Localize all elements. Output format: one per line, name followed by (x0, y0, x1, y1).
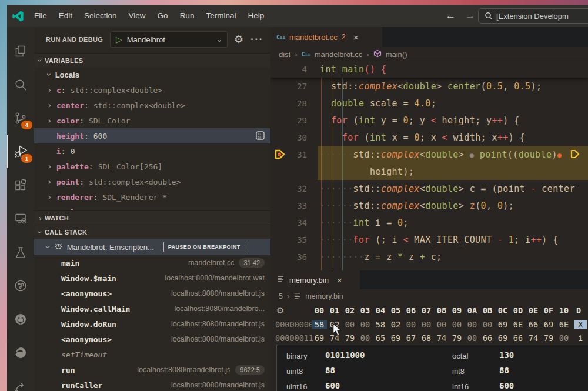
debug-settings-gear-icon[interactable]: ⚙ (234, 33, 243, 46)
hex-byte[interactable]: 69 (495, 320, 510, 329)
binary-view-icon[interactable]: 0110 (256, 131, 265, 142)
debug-thread-row[interactable]: › Mandelbrot: Emscripten... PAUSED ON BR… (34, 239, 270, 255)
breadcrumb-folder[interactable]: 5 (279, 292, 283, 300)
variable-row[interactable]: ›color:SDL_Color (34, 113, 270, 128)
breadcrumb-folder[interactable]: dist (279, 50, 290, 59)
variable-row[interactable]: ›c:std::complex<double> (34, 82, 270, 98)
code-line[interactable]: 30 for (int x = 0; x < width; x++) { (270, 129, 588, 146)
menu-terminal[interactable]: Terminal (200, 5, 242, 27)
menu-view[interactable]: View (123, 5, 152, 27)
gear-icon[interactable]: ⚙ (270, 305, 312, 316)
breadcrumb-file[interactable]: mandelbrot.cc (315, 50, 363, 59)
callstack-frame[interactable]: mainmandelbrot.cc31:42 (34, 255, 270, 270)
extensions-icon[interactable] (7, 168, 34, 202)
back-arrow-icon[interactable]: ← (446, 10, 456, 22)
run-and-debug-icon[interactable]: 1 (7, 135, 34, 168)
more-actions-icon[interactable]: ··· (250, 34, 263, 45)
hex-byte[interactable]: 00 (342, 320, 358, 329)
callstack-frame[interactable]: <anonymous>localhost:8080/mandelbrot.js (34, 286, 270, 301)
code-line[interactable]: 33······std::complex<double> z(0, 0); (270, 197, 588, 214)
code-line[interactable]: 34······int i = 0; (270, 214, 588, 231)
hex-byte[interactable]: 66 (480, 333, 495, 343)
code-line[interactable]: 32······std::complex<double> c = (point … (270, 180, 588, 197)
launch-config-dropdown[interactable]: ▷ Mandelbrot ⌄ (110, 31, 228, 48)
variable-row[interactable]: ›palette:SDL_Color[256] (34, 159, 270, 174)
callstack-frame[interactable]: <anonymous>localhost:8080/mandelbrot.js (34, 332, 270, 347)
hex-byte[interactable]: 69 (388, 333, 403, 343)
hex-byte[interactable]: 65 (373, 333, 388, 343)
hex-row[interactable]: 00000000580200005802000000000000696E6669… (270, 318, 588, 331)
hex-byte[interactable]: 74 (526, 333, 541, 343)
hex-byte[interactable]: 58 (373, 320, 388, 329)
hex-byte[interactable]: 79 (541, 333, 556, 343)
menu-edit[interactable]: Edit (53, 5, 78, 27)
callstack-frame[interactable]: Window.callMainlocalhost:8080/mandelbro.… (34, 301, 270, 316)
command-center-search[interactable]: [Extension Developm (478, 8, 588, 24)
hex-byte[interactable]: 00 (434, 320, 449, 329)
hex-byte[interactable]: 00 (419, 320, 434, 329)
hex-byte[interactable]: 00 (465, 333, 480, 343)
hex-byte[interactable]: 68 (419, 333, 434, 343)
hex-byte[interactable]: 69 (541, 320, 556, 329)
hex-byte[interactable]: 02 (388, 320, 403, 329)
start-debug-icon[interactable]: ▷ (116, 35, 122, 44)
code-area[interactable]: 27 std::complex<double> center(0.5, 0.5)… (270, 78, 588, 270)
hex-byte[interactable]: 66 (526, 320, 541, 329)
code-line[interactable]: height); (270, 163, 588, 180)
sticky-scroll-line[interactable]: 4 int main() { (270, 61, 588, 78)
edge-devtools-icon[interactable] (7, 336, 34, 369)
decoded-char[interactable]: i (574, 333, 587, 343)
hex-byte[interactable]: 69 (495, 333, 510, 343)
debug-visualizer-icon[interactable] (7, 269, 34, 302)
github-icon[interactable] (7, 302, 34, 336)
tab-memory-bin[interactable]: memory.bin × (270, 270, 360, 289)
explorer-icon[interactable] (7, 34, 34, 68)
code-line[interactable]: 28 double scale = 4.0; (270, 95, 588, 112)
breadcrumb-file[interactable]: memory.bin (305, 292, 343, 300)
menu-go[interactable]: Go (152, 5, 174, 27)
hex-byte[interactable]: 00 (358, 333, 373, 343)
hex-byte[interactable]: 67 (403, 333, 419, 343)
variable-row[interactable]: scale: (34, 205, 270, 210)
hex-byte[interactable]: 74 (434, 333, 449, 343)
code-line[interactable]: 36········z = z * z + c; (270, 248, 588, 265)
breadcrumb-symbol[interactable]: main() (386, 50, 407, 59)
menu-run[interactable]: Run (174, 5, 201, 27)
menu-help[interactable]: Help (242, 5, 270, 27)
hex-row[interactable]: 0000001169747900656967687479006669667479… (270, 331, 588, 345)
hex-byte[interactable]: 79 (449, 333, 465, 343)
callstack-frame[interactable]: Window.doRunlocalhost:8080/mandelbrot.js (34, 316, 270, 332)
source-control-icon[interactable]: 4 (7, 101, 34, 135)
code-line[interactable]: 35······for (; i < MAX_ITER_COUNT - 1; i… (270, 231, 588, 248)
hex-byte[interactable]: 6E (556, 320, 572, 329)
callstack-frame[interactable]: runCallerlocalhost:8080/mandelbrot.js (34, 377, 270, 391)
locals-scope-row[interactable]: › Locals (34, 67, 270, 82)
hex-byte[interactable]: 69 (312, 333, 327, 343)
close-icon[interactable]: × (353, 32, 359, 42)
live-share-icon[interactable] (7, 369, 34, 391)
breakpoint-current-line-icon[interactable] (275, 149, 285, 162)
callstack-frame[interactable]: setTimeout (34, 347, 270, 362)
menu-file[interactable]: File (28, 5, 53, 27)
hex-byte[interactable]: 00 (556, 333, 572, 343)
variable-row[interactable]: ›renderer:SDL_Renderer * (34, 189, 270, 205)
hex-byte[interactable]: 79 (342, 333, 358, 343)
hex-byte[interactable]: 66 (510, 333, 526, 343)
code-line[interactable]: 27 std::complex<double> center(0.5, 0.5)… (270, 78, 588, 95)
menu-selection[interactable]: Selection (78, 5, 123, 27)
close-icon[interactable]: × (337, 275, 342, 285)
code-line[interactable]: 29 for (int y = 0; y < height; y++) { (270, 112, 588, 129)
decoded-char[interactable]: X (574, 320, 587, 329)
callstack-frame[interactable]: runlocalhost:8080/mandelbrot.js9622:5 (34, 362, 270, 377)
watch-section-header[interactable]: › WATCH (34, 210, 270, 225)
hex-byte[interactable]: 58 (312, 320, 327, 329)
variable-row[interactable]: ›center:std::complex<double> (34, 98, 270, 113)
hex-byte[interactable]: 00 (465, 320, 480, 329)
variable-row[interactable]: ›point:std::complex<double> (34, 174, 270, 189)
tab-mandelbrot-cc[interactable]: C++ mandelbrot.cc 2 × (270, 27, 382, 47)
forward-arrow-icon[interactable]: → (465, 10, 475, 22)
hex-byte[interactable]: 00 (403, 320, 419, 329)
variable-row[interactable]: i:0 (34, 143, 270, 159)
code-line[interactable]: 31······std::complex<double> ● point((do… (270, 146, 588, 163)
hex-byte[interactable]: 6E (510, 320, 526, 329)
